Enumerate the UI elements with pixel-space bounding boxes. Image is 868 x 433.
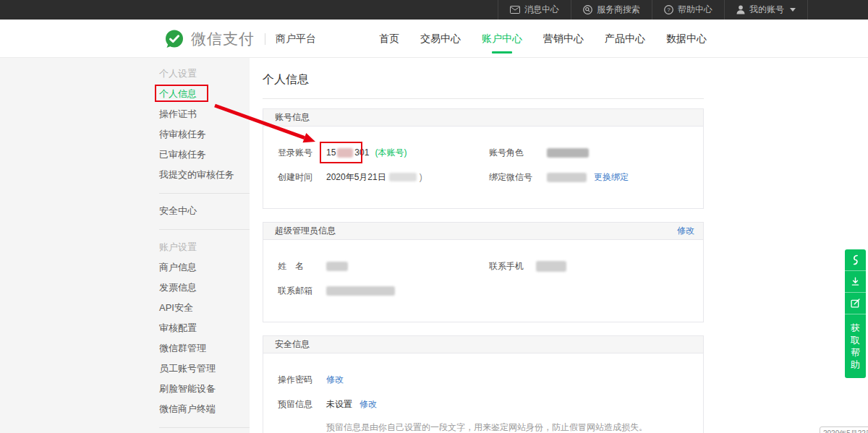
sidebar-item-label: 刷脸智能设备 [159, 382, 216, 395]
sidebar-item-微信群管理[interactable]: 微信群管理 [159, 338, 250, 359]
brand[interactable]: 微信支付 商户平台 [165, 20, 316, 58]
redacted-login-middle [337, 148, 353, 158]
description-line: 预留信息是由你自己设置的一段文字，用来鉴定网站身份，防止假冒网站造成损失。 [326, 421, 703, 433]
table-row: 创建时间 2020年5月21日 ) 绑定微信号 更换绑定 [278, 171, 703, 184]
sidebar-item-label: 个人信息 [159, 87, 197, 100]
sidebar-item-label: 我提交的审核任务 [159, 168, 234, 181]
get-help-button[interactable]: 获取帮助 [845, 314, 866, 378]
sidebar-group-header-个人设置: 个人设置 [159, 64, 250, 84]
sidebar-item-label: 商户信息 [159, 261, 197, 274]
bound-wechat-cell: 绑定微信号 更换绑定 [489, 171, 629, 184]
nav-tab-营销中心[interactable]: 营销中心 [543, 30, 584, 48]
topbar-item-帮助中心[interactable]: ?帮助中心 [652, 0, 724, 20]
question-circle-icon: ? [664, 5, 673, 14]
nav-tab-数据中心[interactable]: 数据中心 [666, 30, 707, 48]
op-password-edit-link[interactable]: 修改 [326, 374, 344, 386]
header: 微信支付 商户平台 首页交易中心账户中心营销中心产品中心数据中心 [0, 20, 868, 58]
toolbar-button-feedback[interactable] [845, 293, 866, 314]
sidebar-item-label: 微信群管理 [159, 342, 206, 355]
security-info-panel-header: 安全信息 [263, 336, 703, 353]
admin-info-panel: 超级管理员信息 修改 姓 名 联系手机 [263, 222, 704, 322]
sidebar-item-API安全[interactable]: API安全 [159, 298, 250, 318]
sidebar-item-操作证书[interactable]: 操作证书 [159, 104, 250, 124]
sidebar-item-发票信息[interactable]: 发票信息 [159, 278, 250, 298]
sidebar-divider [159, 427, 250, 428]
created-time-cell: 创建时间 2020年5月21日 ) [278, 171, 489, 184]
admin-info-panel-header: 超级管理员信息 修改 [263, 223, 703, 240]
account-info-panel-header: 账号信息 [263, 109, 703, 127]
sidebar-item-label: 操作证书 [159, 108, 197, 121]
body: 个人设置个人信息操作证书待审核任务已审核任务我提交的审核任务安全中心账户设置商户… [0, 58, 868, 433]
table-row: 预留信息 未设置 修改 [278, 398, 703, 411]
redacted-admin-email [326, 286, 395, 296]
topbar-item-服务商搜索[interactable]: 服务商搜索 [571, 0, 652, 20]
redacted-admin-phone [536, 261, 566, 272]
mail-icon [510, 6, 520, 14]
admin-name-cell: 姓 名 [278, 260, 489, 273]
brand-divider [265, 33, 265, 45]
sidebar-item-label: 发票信息 [159, 281, 197, 294]
reserved-info-edit-link[interactable]: 修改 [359, 398, 377, 411]
sidebar-item-label: 员工账号管理 [159, 362, 216, 375]
admin-email-cell: 联系邮箱 [278, 285, 489, 297]
nav-tab-交易中心[interactable]: 交易中心 [420, 30, 461, 48]
sidebar-item-label: 审核配置 [159, 322, 197, 335]
main-content: 个人信息 账号信息 登录账号 15 [263, 58, 704, 433]
sidebar-item-label: 安全中心 [159, 205, 197, 218]
portal-name: 商户平台 [276, 33, 316, 46]
admin-edit-link[interactable]: 修改 [677, 225, 694, 237]
topbar-item-我的账号[interactable]: 我的账号 [724, 0, 807, 20]
admin-phone-label: 联系手机 [489, 260, 536, 273]
sidebar-item-商户信息[interactable]: 商户信息 [159, 257, 250, 278]
created-time-value: 2020年5月21日 [326, 171, 386, 184]
download-icon [850, 276, 861, 287]
panel-title: 安全信息 [275, 338, 310, 351]
wechat-pay-merchant-page: 消息中心服务商搜索?帮助中心我的账号 微信支付 商户平台 首页交易中心账户中心营… [0, 0, 868, 433]
topbar-menu: 消息中心服务商搜索?帮助中心我的账号 [498, 0, 808, 20]
topbar-item-消息中心[interactable]: 消息中心 [498, 0, 571, 20]
sidebar-item-员工账号管理[interactable]: 员工账号管理 [159, 359, 250, 379]
change-binding-link[interactable]: 更换绑定 [594, 171, 629, 184]
wechat-pay-logo-icon [165, 30, 184, 48]
reserved-info-label: 预留信息 [278, 398, 326, 411]
redacted-account-role [547, 148, 589, 158]
nav-tab-产品中心[interactable]: 产品中心 [605, 30, 645, 48]
sidebar-item-待审核任务[interactable]: 待审核任务 [159, 124, 250, 145]
login-account-cell: 登录账号 15 301 (本账号) [278, 147, 489, 159]
page-title: 个人信息 [263, 72, 704, 87]
redacted-wechat-id [547, 173, 587, 182]
sidebar-item-label: 待审核任务 [159, 128, 206, 141]
chevron-down-icon [790, 8, 796, 12]
title-divider [263, 98, 704, 99]
security-info-panel: 安全信息 操作密码 修改 预留信息 未设置 [263, 335, 704, 433]
floating-toolbar: 获取帮助 [845, 249, 866, 378]
topbar-item-label: 消息中心 [524, 4, 559, 16]
sidebar-item-我提交的审核任务[interactable]: 我提交的审核任务 [159, 165, 250, 185]
table-row: 姓 名 联系手机 [278, 260, 703, 273]
sidebar-item-label: 微信商户终端 [159, 403, 216, 416]
table-row: 联系邮箱 [278, 284, 703, 297]
sidebar-item-label: 已审核任务 [159, 148, 206, 161]
nav-tab-首页[interactable]: 首页 [379, 30, 399, 48]
topbar-item-label: 我的账号 [749, 4, 784, 16]
panel-title: 超级管理员信息 [275, 225, 336, 237]
topbar-item-label: 服务商搜索 [597, 4, 640, 16]
sidebar-item-个人信息[interactable]: 个人信息 [159, 84, 250, 104]
nav-tab-账户中心[interactable]: 账户中心 [482, 30, 522, 48]
bound-wechat-label: 绑定微信号 [489, 171, 547, 184]
current-account-tag: (本账号) [375, 147, 407, 159]
reserved-info-cell: 预留信息 未设置 修改 [278, 398, 377, 411]
account-role-label: 账号角色 [489, 147, 547, 159]
sidebar-item-微信商户终端[interactable]: 微信商户终端 [159, 399, 250, 419]
op-password-label: 操作密码 [278, 374, 326, 386]
reserved-info-description: 预留信息是由你自己设置的一段文字，用来鉴定网站身份，防止假冒网站造成损失。配置后… [326, 421, 703, 433]
sidebar-divider [159, 193, 250, 194]
sidebar-item-刷脸智能设备[interactable]: 刷脸智能设备 [159, 379, 250, 399]
feedback-icon [850, 298, 861, 309]
toolbar-button-mini-program[interactable] [845, 249, 866, 271]
redacted-created-time [389, 173, 417, 181]
toolbar-button-download[interactable] [845, 271, 866, 293]
sidebar-item-已审核任务[interactable]: 已审核任务 [159, 145, 250, 165]
sidebar-item-安全中心[interactable]: 安全中心 [159, 201, 250, 221]
sidebar-item-审核配置[interactable]: 审核配置 [159, 318, 250, 338]
